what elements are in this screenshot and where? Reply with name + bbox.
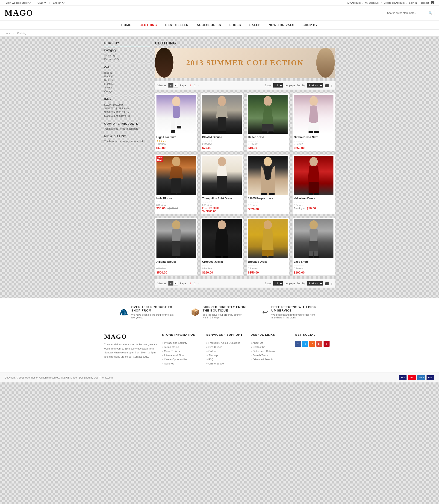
footer-search-terms-link[interactable]: Search Terms [251, 353, 291, 357]
category-tops[interactable]: Tops (12) [104, 54, 150, 57]
product-image[interactable] [202, 95, 242, 134]
nav-shop-by[interactable]: SHOP BY [298, 21, 322, 29]
footer-orders-returns-link[interactable]: Orders and Returns [251, 349, 291, 353]
search-button[interactable]: 🔍 [427, 10, 434, 16]
list-view-button[interactable]: ≡ [173, 83, 178, 88]
color-orange[interactable]: Orange (1) [104, 89, 150, 93]
footer-orders-link[interactable]: Orders [206, 349, 246, 353]
product-stars: ☆☆☆☆☆ [294, 140, 333, 142]
color-blue[interactable]: Blue (1) [104, 71, 150, 75]
price-100-200[interactable]: $100.00 - $199.99 (4) [104, 107, 150, 110]
product-stars: ☆☆☆☆☆ [248, 264, 288, 267]
product-image[interactable] [294, 95, 333, 134]
footer-size-link[interactable]: Size Guides [206, 345, 246, 349]
footer-movie-link[interactable]: Movie Trailers [162, 349, 202, 353]
pinterest-icon[interactable]: p [324, 341, 329, 347]
footer-career-link[interactable]: Career Opportunities [162, 357, 202, 362]
product-image[interactable] [202, 219, 242, 258]
svg-rect-26 [261, 193, 267, 195]
banner-text: 2013 SUMMER COLLECTION [186, 59, 304, 67]
footer-sitemap-link[interactable]: Sitemap [206, 353, 246, 357]
price-200-300[interactable]: $200.00 - $299.99 (1) [104, 110, 150, 114]
next-page-arrow-bottom[interactable]: › [198, 282, 199, 285]
product-image[interactable] [248, 156, 288, 195]
language-selector[interactable]: English [52, 1, 65, 4]
product-stars: ☆☆☆☆☆ [202, 264, 242, 267]
create-account-link[interactable]: Create an Account [384, 1, 405, 4]
footer-intl-link[interactable]: International Sites [162, 353, 202, 357]
category-dresses[interactable]: Dresses (12) [104, 57, 150, 61]
rss-icon[interactable]: r [309, 341, 315, 347]
twitter-icon[interactable]: t [302, 341, 308, 347]
footer-galleries-link[interactable]: Galleries [162, 362, 202, 366]
sort-desc-arrow[interactable]: ↑ [331, 83, 332, 87]
product-image[interactable] [294, 219, 333, 258]
product-image[interactable] [157, 219, 196, 258]
my-account-link[interactable]: My Account [348, 1, 361, 4]
page-2-link-bottom[interactable]: 2 [193, 282, 197, 285]
price-500-plus[interactable]: $500.00 and above (2) [104, 114, 150, 118]
footer-faq2-link[interactable]: FAQ [206, 357, 246, 362]
nav-clothing[interactable]: CLOTHING [135, 21, 161, 29]
facebook-icon[interactable]: f [295, 341, 301, 347]
product-image[interactable] [202, 156, 242, 195]
nav-sales[interactable]: SALES [245, 21, 265, 29]
wish-list-link[interactable]: My Wish List [365, 1, 379, 4]
page-1-link-bottom[interactable]: 1 [188, 282, 192, 285]
basket-link[interactable]: Basket [421, 1, 429, 4]
per-page-select[interactable]: 12 24 [273, 83, 283, 88]
logo[interactable]: MAGO [5, 8, 33, 18]
list-view-button-bottom[interactable]: ≡ [173, 281, 178, 286]
compare-section: COMPARE PRODUCTS You have no items to co… [104, 122, 150, 130]
page-2-link[interactable]: 2 [193, 84, 197, 87]
show-label: Show [265, 84, 271, 87]
color-red[interactable]: Red (1) [104, 78, 150, 82]
nav-new-arrivals[interactable]: NEW ARRIVALS [265, 21, 298, 29]
page-1-link[interactable]: 1 [188, 84, 192, 87]
grid-view-button-bottom[interactable]: ⊞ [168, 281, 173, 286]
store-selector[interactable]: Main Website Store [5, 1, 31, 4]
product-image[interactable] [157, 95, 196, 134]
footer-contact-link[interactable]: Contact Us [251, 345, 291, 349]
sort-asc-arrow[interactable]: ⬛ [325, 83, 329, 87]
sort-select-bottom[interactable]: Position Name [307, 281, 323, 286]
product-image[interactable] [248, 219, 288, 258]
language-select[interactable]: English [52, 1, 65, 4]
breadcrumb-home[interactable]: Home [5, 32, 11, 35]
currency-select[interactable]: USD [37, 1, 47, 4]
footer-about-link[interactable]: About Us [251, 341, 291, 345]
product-price: $60.00 [157, 146, 196, 150]
svg-rect-12 [262, 131, 267, 133]
svg-point-36 [218, 220, 226, 230]
currency-selector[interactable]: USD [37, 1, 47, 4]
product-image[interactable] [294, 156, 333, 195]
product-stars: ★★★★☆ [157, 140, 196, 142]
product-reviews: 0 Review [157, 267, 196, 270]
nav-shoes[interactable]: SHOES [225, 21, 245, 29]
next-page-arrow[interactable]: › [198, 84, 199, 87]
sort-select[interactable]: Position Name Price [307, 83, 323, 88]
footer-privacy-link[interactable]: Privacy and Security [162, 341, 202, 345]
price-0-100[interactable]: $0.00 - $99.99 (6) [104, 103, 150, 107]
footer-faq-link[interactable]: Frequently Asked Questions [206, 341, 246, 345]
sort-desc-arrow-bottom[interactable]: ↑ [331, 281, 332, 285]
store-select[interactable]: Main Website Store [5, 1, 31, 4]
per-page-select-bottom[interactable]: 12 24 [273, 281, 283, 286]
footer-advanced-search-link[interactable]: Advanced Search [251, 357, 291, 362]
footer-online-support-link[interactable]: Online Support [206, 362, 246, 366]
color-black[interactable]: Black (1) [104, 75, 150, 78]
nav-accessories[interactable]: ACCESSORIES [193, 21, 225, 29]
nav: HOME CLOTHING BEST SELLER ACCESSORIES SH… [0, 21, 439, 30]
color-silver[interactable]: Silver (1) [104, 86, 150, 89]
googleplus-icon[interactable]: g+ [317, 341, 322, 347]
grid-view-button[interactable]: ⊞ [168, 83, 173, 88]
sort-asc-arrow-bottom[interactable]: ⬛ [325, 281, 329, 285]
compare-text: You have no items to compare. [104, 127, 150, 130]
nav-bestseller[interactable]: BEST SELLER [161, 21, 193, 29]
nav-home[interactable]: HOME [117, 21, 135, 29]
product-image[interactable] [248, 95, 288, 134]
sign-in-link[interactable]: Sign In [409, 1, 417, 4]
footer-terms-link[interactable]: Terms of Use [162, 345, 202, 349]
search-input[interactable] [385, 10, 427, 16]
color-floral[interactable]: Floral (1) [104, 82, 150, 86]
